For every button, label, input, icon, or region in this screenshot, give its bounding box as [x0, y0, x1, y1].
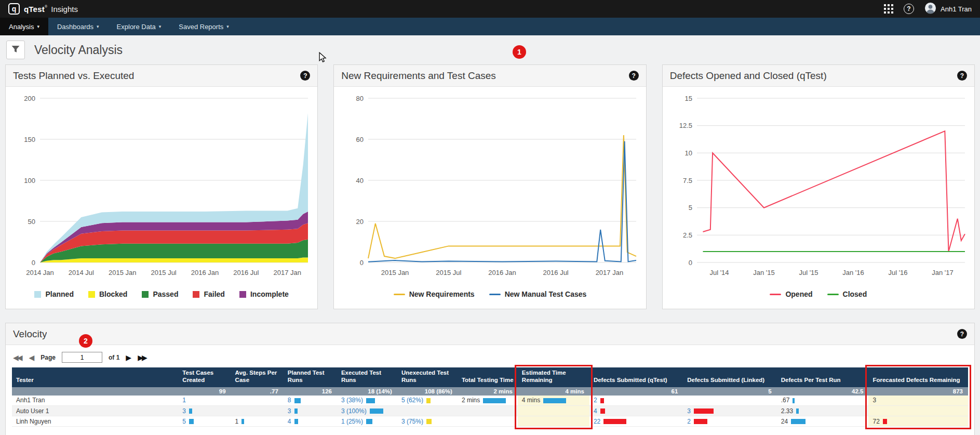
col-header-planned[interactable]: Planned Test Runs: [284, 367, 337, 387]
col-header-def_linked[interactable]: Defects Submitted (Linked): [683, 367, 776, 387]
cell-def_per_run: 24: [777, 416, 869, 427]
cell-value: 2.33: [781, 407, 793, 415]
cell-link[interactable]: 3 (100%): [341, 407, 367, 415]
cell-link[interactable]: 3: [288, 407, 291, 415]
legend-label: New Manual Test Cases: [505, 290, 587, 298]
cell-total_time: 2 mins: [458, 396, 518, 406]
nav-item-analysis[interactable]: Analysis▾: [0, 18, 48, 35]
svg-text:Jul '14: Jul '14: [709, 269, 729, 276]
cell-link[interactable]: 3 (38%): [341, 397, 363, 404]
col-header-def_per_run[interactable]: Defects Per Test Run: [777, 367, 869, 387]
registered-mark: ®: [45, 5, 47, 8]
cell-def_linked: 2: [683, 416, 776, 427]
cell-value: 1: [235, 418, 239, 425]
nav-item-dashboards[interactable]: Dashboards▾: [48, 18, 108, 35]
panel-header: New Requirements and Test Cases ?: [334, 65, 646, 87]
next-page-button[interactable]: ▶: [126, 353, 131, 362]
cell-link[interactable]: 4: [288, 418, 291, 425]
svg-text:150: 150: [24, 136, 35, 143]
help-icon[interactable]: ?: [629, 71, 639, 81]
col-header-avg[interactable]: Avg. Steps Per Case: [231, 367, 284, 387]
chevron-down-icon: ▾: [226, 24, 229, 29]
col-header-executed[interactable]: Executed Test Runs: [337, 367, 397, 387]
cell-tcc: 1: [178, 396, 231, 406]
annotation-badge-1: 1: [513, 45, 526, 59]
help-icon[interactable]: ?: [957, 71, 967, 81]
tester-name: Anh1 Tran: [12, 396, 178, 406]
svg-text:5: 5: [688, 204, 692, 212]
apps-grid-icon[interactable]: [884, 4, 893, 14]
prev-page-button[interactable]: ◀: [29, 353, 35, 362]
tester-name: Auto User 1: [12, 406, 178, 416]
nav-item-explore-data[interactable]: Explore Data▾: [108, 18, 170, 35]
help-icon[interactable]: ?: [300, 71, 310, 81]
legend-swatch-icon: [827, 294, 839, 295]
nav-item-saved-reports[interactable]: Saved Reports▾: [170, 18, 238, 35]
help-icon[interactable]: ?: [957, 329, 967, 339]
value-bar: [543, 398, 566, 403]
last-page-button[interactable]: ▶▶: [138, 353, 147, 362]
cell-link[interactable]: 2: [687, 418, 691, 425]
value-bar: [366, 398, 375, 403]
legend-item: Opened: [770, 290, 812, 298]
first-page-button[interactable]: ◀◀: [13, 353, 23, 362]
col-header-est_remaining[interactable]: Estimated Time Remaining: [518, 367, 589, 387]
cell-forecast: 72: [868, 416, 968, 427]
help-icon[interactable]: ?: [904, 4, 914, 14]
cell-forecast: [868, 406, 968, 416]
svg-text:2015 Jul: 2015 Jul: [151, 269, 177, 276]
svg-text:100: 100: [24, 177, 35, 184]
cell-planned: 3: [284, 406, 337, 416]
avatar: [924, 2, 936, 16]
cell-link[interactable]: 1: [182, 397, 186, 404]
chart-legend: OpenedClosed: [665, 281, 972, 307]
user-menu[interactable]: Anh1 Tran: [924, 2, 972, 16]
svg-text:20: 20: [356, 218, 364, 226]
cell-link[interactable]: 22: [594, 418, 600, 425]
cell-link[interactable]: 3 (75%): [401, 418, 423, 425]
value-bar: [189, 408, 192, 414]
filter-button[interactable]: [6, 41, 25, 59]
cell-link[interactable]: 5 (62%): [401, 397, 423, 404]
value-bar: [294, 419, 298, 424]
col-header-total_time[interactable]: Total Testing Time: [458, 367, 518, 387]
legend-swatch-icon: [193, 291, 199, 298]
col-header-unexecuted[interactable]: Unexecuted Test Runs: [397, 367, 458, 387]
svg-text:15: 15: [684, 95, 692, 102]
col-header-tester[interactable]: Tester: [12, 367, 178, 387]
cell-link[interactable]: 4: [594, 407, 597, 415]
value-bar: [370, 408, 383, 414]
page-title: Velocity Analysis: [34, 43, 123, 57]
col-header-def_qtest[interactable]: Defects Submitted (qTest): [589, 367, 683, 387]
cell-link[interactable]: 1 (25%): [341, 418, 363, 425]
qtest-logo-icon: q: [8, 3, 20, 15]
cell-link[interactable]: 2: [594, 397, 597, 404]
panel-header: Defects Opened and Closed (qTest) ?: [663, 65, 974, 87]
legend-swatch-icon: [239, 291, 246, 298]
page-input[interactable]: [62, 352, 102, 363]
line-chart[interactable]: 02.557.51012.515Jul '14Jan '15Jul '15Jan…: [665, 88, 972, 281]
svg-text:2014 Jan: 2014 Jan: [26, 269, 54, 276]
value-bar: [600, 408, 605, 414]
velocity-title: Velocity: [13, 328, 47, 340]
cell-link[interactable]: 8: [288, 397, 291, 404]
col-summary-total_time: 2 mins: [458, 387, 518, 396]
line-chart[interactable]: 0204060802015 Jan2015 Jul2016 Jan2016 Ju…: [336, 88, 643, 281]
velocity-table: TesterTest Cases CreatedAvg. Steps Per C…: [12, 367, 968, 427]
col-header-tcc[interactable]: Test Cases Created: [178, 367, 231, 387]
velocity-panel: Velocity ? ◀◀ ◀ Page of 1 ▶ ▶▶ TesterTes…: [5, 323, 975, 435]
svg-text:2016 Jan: 2016 Jan: [191, 269, 219, 276]
page-label: Page: [41, 354, 56, 361]
col-summary-forecast: 873: [868, 387, 968, 396]
chart-svg: 0501001502002014 Jan2014 Jul2015 Jan2015…: [8, 88, 315, 281]
cell-link[interactable]: 5: [182, 418, 186, 425]
chart-body: 02.557.51012.515Jul '14Jan '15Jul '15Jan…: [663, 87, 974, 309]
cell-est_remaining: [518, 406, 589, 416]
stacked-area-chart[interactable]: 0501001502002014 Jan2014 Jul2015 Jan2015…: [8, 88, 315, 281]
panel-new-requirements-and-test-cases: New Requirements and Test Cases ? 020406…: [333, 64, 646, 309]
cell-tcc: 5: [178, 416, 231, 427]
cell-link[interactable]: 3: [182, 407, 186, 415]
cell-forecast: 3: [868, 396, 968, 406]
col-header-forecast[interactable]: Forecasted Defects Remaining: [868, 367, 968, 387]
cell-link[interactable]: 3: [687, 407, 691, 415]
